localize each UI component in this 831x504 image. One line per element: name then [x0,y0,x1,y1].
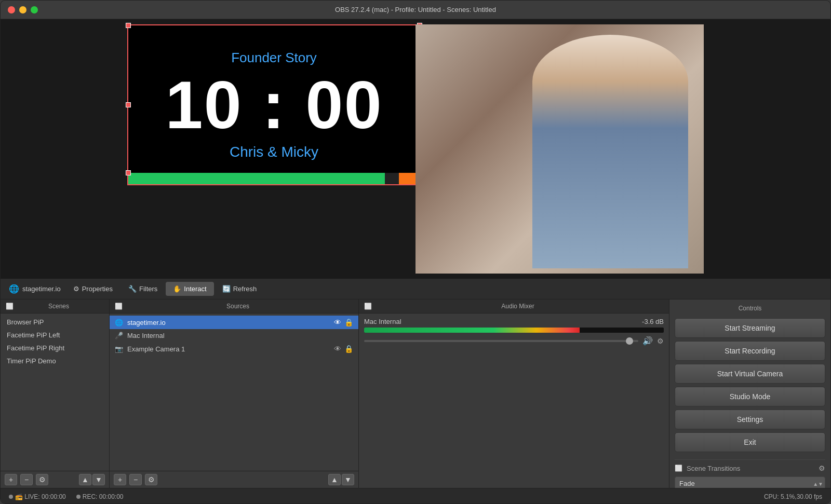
source-add-button[interactable]: + [114,474,126,485]
window-controls[interactable] [8,6,38,13]
source-item[interactable]: 🌐 stagetimer.io 👁 🔒 [110,316,358,329]
source-remove-button[interactable]: − [129,474,142,485]
audio-panel-header: ⬜ Audio Mixer [359,299,669,314]
transition-type-select-wrapper: Fade Cut Swipe Slide Stinger Luma Wipe ▲… [675,476,825,488]
tab-refresh[interactable]: 🔄 Refresh [215,282,264,296]
bottom-main: ⬜ Scenes Browser PiP Facetime PiP Left F… [1,299,830,488]
audio-fader[interactable] [364,340,638,342]
exit-button[interactable]: Exit [675,432,825,452]
live-time: 00:00:00 [42,493,66,500]
scene-settings-button[interactable]: ⚙ [36,474,48,485]
person-silhouette [532,35,688,268]
status-live: 📻 LIVE: 00:00:00 [9,493,66,500]
source-bar: 🌐 stagetimer.io ⚙ Properties 🔧 Filters ✋… [1,279,830,299]
source-item-name: Mac Internal [127,332,349,339]
audio-meter [364,328,664,333]
start-recording-button[interactable]: Start Recording [675,341,825,361]
transition-type-row: Fade Cut Swipe Slide Stinger Luma Wipe ▲… [675,476,825,488]
sources-footer: + − ⚙ ▲ ▼ [110,471,358,488]
audio-minimize-button[interactable]: ⬜ [364,303,372,310]
camera-overlay [416,24,704,274]
window-title: OBS 27.2.4 (mac) - Profile: Untitled - S… [335,6,496,13]
fader-thumb[interactable] [626,337,633,345]
start-virtual-camera-button[interactable]: Start Virtual Camera [675,364,825,384]
camera-background [416,24,704,274]
settings-button[interactable]: Settings [675,410,825,429]
tab-filters[interactable]: 🔧 Filters [121,282,165,296]
sources-minimize-button[interactable]: ⬜ [115,303,123,310]
live-label: LIVE: [24,493,39,500]
volume-icon[interactable]: 🔊 [642,336,653,346]
close-button[interactable] [8,6,15,13]
timer-progress-bar [128,173,420,184]
scene-transitions-section: ⬜ Scene Transitions ⚙ Fade Cut Swipe Sli… [675,459,825,488]
timer-digits: 10 : 00 [165,71,383,139]
sources-panel-header: ⬜ Sources [110,299,358,314]
timer-overlay: Founder Story 10 : 00 Chris & Micky [127,24,421,185]
controls-panel-header: Controls [675,305,825,315]
minimize-button[interactable] [19,6,26,13]
browser-source-icon: 🌐 [115,319,123,326]
source-url-text: stagetimer.io [22,285,61,293]
source-down-button[interactable]: ▼ [342,474,354,485]
scenes-panel: ⬜ Scenes Browser PiP Facetime PiP Left F… [1,299,110,488]
scene-list: Browser PiP Facetime PiP Left Facetime P… [1,314,109,471]
titlebar: OBS 27.2.4 (mac) - Profile: Untitled - S… [1,1,830,19]
tab-interact[interactable]: ✋ Interact [166,282,213,296]
source-up-button[interactable]: ▲ [328,474,341,485]
timer-subtitle: Chris & Micky [230,144,318,160]
source-lock-icon[interactable]: 🔒 [344,318,353,326]
scene-item[interactable]: Timer PiP Demo [1,355,109,367]
scene-up-button[interactable]: ▲ [79,474,91,485]
start-streaming-button[interactable]: Start Streaming [675,318,825,338]
transitions-settings-icon[interactable]: ⚙ [819,464,825,472]
status-rec: REC: 00:00:00 [76,493,124,500]
maximize-button[interactable] [31,6,38,13]
scenes-footer: + − ⚙ ▲ ▼ [1,471,109,488]
source-item[interactable]: 🎤 Mac Internal [110,329,358,342]
audio-header-label: Audio Mixer [372,303,664,310]
audio-meter-fill [364,328,580,333]
audio-settings-icon[interactable]: ⚙ [657,337,664,345]
scene-transitions-label: Scene Transitions [687,465,740,472]
refresh-tab-icon: 🔄 [222,285,231,293]
scenes-header-label: Scenes [14,303,104,310]
sources-panel: ⬜ Sources 🌐 stagetimer.io 👁 🔒 🎤 Mac Inte… [110,299,359,488]
tab-properties[interactable]: ⚙ Properties [66,282,120,296]
transition-type-select[interactable]: Fade Cut Swipe Slide Stinger Luma Wipe [675,476,825,488]
source-item[interactable]: 📷 Example Camera 1 👁 🔒 [110,342,358,356]
source-url-display: 🌐 stagetimer.io [5,284,65,294]
source-list: 🌐 stagetimer.io 👁 🔒 🎤 Mac Internal 📷 Exa… [110,314,358,471]
source-settings-button[interactable]: ⚙ [145,474,157,485]
controls-panel: Controls Start Streaming Start Recording… [669,299,830,488]
scene-item[interactable]: Facetime PiP Right [1,342,109,355]
scene-add-button[interactable]: + [5,474,17,485]
handle-ml[interactable] [126,102,131,107]
scene-down-button[interactable]: ▼ [92,474,105,485]
timer-title: Founder Story [231,50,317,66]
controls-header-label: Controls [675,305,825,312]
scene-item[interactable]: Facetime PiP Left [1,329,109,342]
status-cpu: CPU: 5.1%,30.00 fps [764,493,822,500]
preview-canvas: Founder Story 10 : 00 Chris & Micky [127,24,704,274]
scene-remove-button[interactable]: − [20,474,33,485]
preview-area: Founder Story 10 : 00 Chris & Micky [1,19,830,279]
audio-track-name: Mac Internal [364,318,401,325]
live-icon: 📻 [15,493,23,500]
scenes-minimize-button[interactable]: ⬜ [6,303,14,310]
audio-track-header: Mac Internal -3.6 dB [364,318,664,325]
scene-transitions-header: ⬜ Scene Transitions ⚙ [675,464,825,472]
camera-source-icon: 📷 [115,345,123,353]
source-visible-icon[interactable]: 👁 [334,345,341,353]
handle-bl[interactable] [126,170,131,175]
scene-item[interactable]: Browser PiP [1,316,109,329]
source-item-name: stagetimer.io [127,319,330,326]
source-visible-icon[interactable]: 👁 [334,318,341,326]
studio-mode-button[interactable]: Studio Mode [675,387,825,406]
handle-tl[interactable] [126,23,131,28]
source-lock-icon[interactable]: 🔒 [344,345,353,353]
rec-label: REC: [83,493,98,500]
cpu-label: CPU: 5.1%,30.00 fps [764,493,822,500]
transitions-minimize-button[interactable]: ⬜ [675,465,682,472]
rec-time: 00:00:00 [99,493,124,500]
